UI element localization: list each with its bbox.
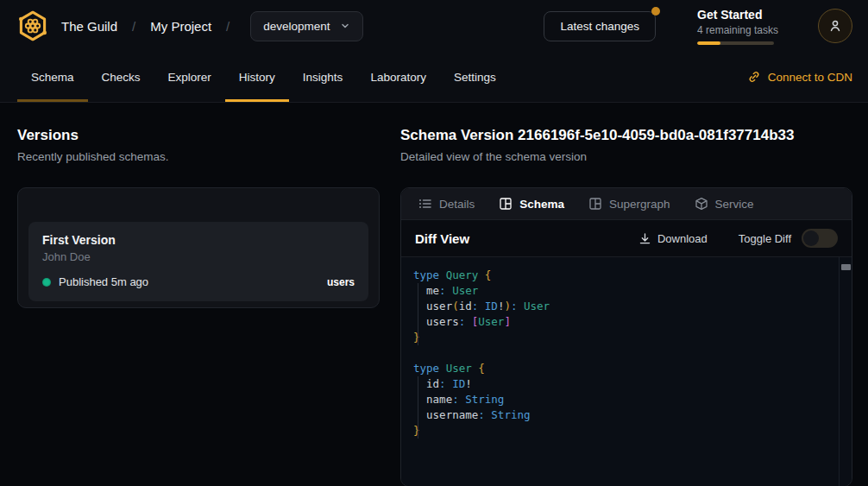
code-line: id: ID! <box>413 376 838 392</box>
connect-to-cdn-label: Connect to CDN <box>768 71 852 84</box>
detail-tab-label: Service <box>715 198 754 211</box>
latest-changes-button[interactable]: Latest changes <box>544 11 656 41</box>
target-dropdown[interactable]: development <box>250 11 362 41</box>
nav-tab-settings[interactable]: Settings <box>440 52 510 102</box>
code-scrollbar[interactable] <box>839 257 852 486</box>
version-list-item[interactable]: First Version John Doe Published 5m ago … <box>28 222 368 301</box>
nav-tab-insights[interactable]: Insights <box>289 52 357 102</box>
detail-title: Schema Version 2166196f-5e10-4059-bd0a-0… <box>400 127 852 144</box>
versions-card: First Version John Doe Published 5m ago … <box>17 187 380 308</box>
code-line: type Query { <box>413 268 838 283</box>
detail-tab-label: Details <box>439 198 475 211</box>
main-content: Versions Recently published schemas. Fir… <box>0 103 868 486</box>
version-author: John Doe <box>42 250 355 263</box>
columns-icon <box>499 197 513 211</box>
code-line: type User { <box>413 361 838 376</box>
breadcrumb-project[interactable]: My Project <box>150 19 211 34</box>
nav-tab-schema[interactable]: Schema <box>17 52 88 102</box>
diff-toggle[interactable] <box>802 229 838 248</box>
breadcrumb-org[interactable]: The Guild <box>61 19 117 34</box>
code-content: type Query { me: User user(id: ID!): Use… <box>413 268 838 439</box>
toggle-diff-label: Toggle Diff <box>739 232 791 245</box>
code-line: name: String <box>413 392 838 407</box>
breadcrumb-separator: / <box>132 19 135 34</box>
code-line <box>413 345 838 361</box>
code-line: users: [User] <box>413 314 838 330</box>
version-title: First Version <box>42 233 355 247</box>
detail-tab-service[interactable]: Service <box>695 197 754 211</box>
top-region: The Guild / My Project / development Lat… <box>0 0 868 103</box>
person-icon <box>827 18 843 34</box>
detail-tab-details[interactable]: Details <box>418 197 475 211</box>
main-nav: Schema Checks Explorer History Insights … <box>0 52 868 103</box>
detail-tab-supergraph[interactable]: Supergraph <box>588 197 670 211</box>
hive-logo-icon[interactable] <box>16 9 50 43</box>
diff-actions: Download Toggle Diff <box>633 229 838 248</box>
indent-guide <box>418 376 418 439</box>
get-started-subtitle: 4 remaining tasks <box>697 24 777 36</box>
published-status-dot <box>42 278 51 287</box>
version-detail-panel: Schema Version 2166196f-5e10-4059-bd0a-0… <box>400 127 852 486</box>
list-icon <box>418 197 432 211</box>
versions-panel: Versions Recently published schemas. Fir… <box>17 127 380 486</box>
topbar-actions: Latest changes Get Started 4 remaining t… <box>544 8 852 45</box>
version-status-row: Published 5m ago users <box>42 275 355 288</box>
detail-box: Details Schema Supergraph <box>400 187 852 486</box>
nav-tab-explorer[interactable]: Explorer <box>154 52 225 102</box>
detail-tab-schema[interactable]: Schema <box>499 197 564 211</box>
detail-tab-label: Supergraph <box>609 198 670 211</box>
get-started-widget[interactable]: Get Started 4 remaining tasks <box>697 8 777 45</box>
diff-view-title: Diff View <box>415 231 469 246</box>
code-line: me: User <box>413 283 838 299</box>
cube-icon <box>695 197 708 211</box>
download-label: Download <box>657 232 708 245</box>
code-line: } <box>413 423 838 439</box>
versions-title: Versions <box>17 127 380 144</box>
notification-dot <box>651 7 660 16</box>
breadcrumb: The Guild / My Project / development <box>16 9 363 43</box>
schema-code-viewer: type Query { me: User user(id: ID!): Use… <box>401 257 852 486</box>
code-line: } <box>413 330 838 345</box>
top-bar: The Guild / My Project / development Lat… <box>0 0 868 52</box>
connect-to-cdn-link[interactable]: Connect to CDN <box>747 52 852 102</box>
diff-toggle-thumb <box>803 230 819 246</box>
latest-changes-wrap: Latest changes <box>544 11 656 41</box>
detail-tab-label: Schema <box>519 198 564 211</box>
nav-tab-history[interactable]: History <box>225 52 289 102</box>
detail-subtitle: Detailed view of the schema version <box>400 150 852 164</box>
target-dropdown-value: development <box>263 20 330 33</box>
user-menu-button[interactable] <box>818 9 852 43</box>
indent-guide <box>418 283 418 345</box>
columns-icon <box>588 197 602 211</box>
get-started-progress-track <box>697 41 774 45</box>
breadcrumb-separator: / <box>226 19 230 34</box>
chevron-down-icon <box>340 21 350 31</box>
version-status-text: Published 5m ago <box>59 275 148 288</box>
download-button[interactable]: Download <box>633 231 713 246</box>
nav-tab-laboratory[interactable]: Laboratory <box>356 52 440 102</box>
code-line: username: String <box>413 407 838 423</box>
detail-tabs: Details Schema Supergraph <box>401 188 852 220</box>
get-started-title: Get Started <box>697 8 777 22</box>
code-scrollbar-thumb[interactable] <box>841 264 851 270</box>
nav-tab-checks[interactable]: Checks <box>88 52 154 102</box>
diff-view-header: Diff View Download Toggle Diff <box>401 220 852 257</box>
versions-subtitle: Recently published schemas. <box>17 150 380 164</box>
code-line: user(id: ID!): User <box>413 299 838 314</box>
download-icon <box>638 232 651 245</box>
link-icon <box>747 70 761 84</box>
version-service-badge: users <box>327 276 355 288</box>
get-started-progress-fill <box>697 41 720 45</box>
